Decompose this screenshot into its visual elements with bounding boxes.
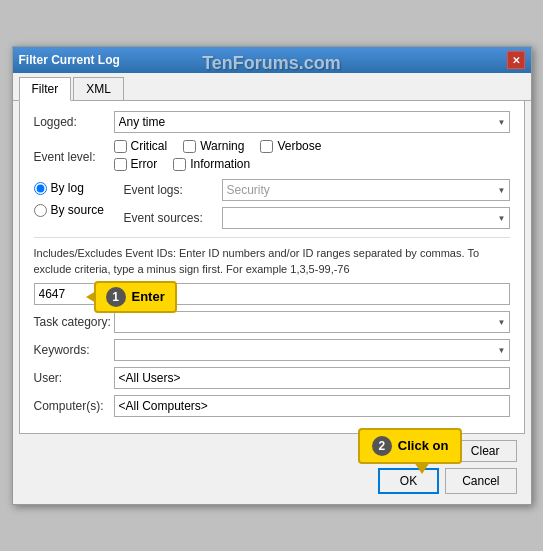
radio-by-source[interactable]: By source [34, 203, 114, 217]
keywords-label: Keywords: [34, 343, 114, 357]
critical-checkbox[interactable] [114, 140, 127, 153]
help-text: Includes/Excludes Event IDs: Enter ID nu… [34, 237, 510, 277]
computers-input-wrap [114, 395, 510, 417]
event-logs-select-wrap: Security [222, 179, 510, 201]
clear-button[interactable]: Clear [454, 440, 517, 462]
close-button[interactable]: ✕ [507, 51, 525, 69]
event-logs-row: Event logs: Security [124, 179, 510, 201]
critical-label: Critical [131, 139, 168, 153]
event-level-label: Event level: [34, 150, 114, 164]
computers-label: Computer(s): [34, 399, 114, 413]
dialog-title: Filter Current Log [19, 53, 120, 67]
title-bar-left: Filter Current Log [19, 53, 120, 67]
log-fields: Event logs: Security Event sources: [124, 179, 510, 229]
checkbox-error[interactable]: Error [114, 157, 158, 171]
computers-input[interactable] [114, 395, 510, 417]
filter-dialog: Filter Current Log TenForums.com ✕ Filte… [12, 46, 532, 505]
keywords-select[interactable] [114, 339, 510, 361]
verbose-label: Verbose [277, 139, 321, 153]
cancel-button[interactable]: Cancel [445, 468, 516, 494]
event-sources-select[interactable] [222, 207, 510, 229]
tab-xml[interactable]: XML [73, 77, 124, 100]
keywords-row: Keywords: [34, 339, 510, 361]
checkbox-information[interactable]: Information [173, 157, 250, 171]
ok-tooltip: 2 Click on [358, 428, 463, 464]
checkbox-row-2: Error Information [114, 157, 510, 171]
event-id-tooltip-text: Enter [132, 289, 165, 304]
event-logs-select[interactable]: Security [222, 179, 510, 201]
event-sources-label: Event sources: [124, 211, 214, 225]
event-level-row: Event level: Critical Warning Verbose [34, 139, 510, 175]
by-source-label: By source [51, 203, 104, 217]
tab-content: Logged: Any time Event level: Critical [19, 101, 525, 434]
radio-column: By log By source [34, 179, 114, 217]
radio-log-section: By log By source Event logs: Security [34, 179, 510, 229]
task-category-select-wrap [114, 311, 510, 333]
bottom-buttons: Clear 2 Click on OK Cancel [13, 440, 531, 504]
event-id-row: 1 Enter [34, 283, 510, 305]
logged-select[interactable]: Any time [114, 111, 510, 133]
information-checkbox[interactable] [173, 158, 186, 171]
watermark: TenForums.com [202, 53, 341, 74]
task-category-row: Task category: [34, 311, 510, 333]
error-label: Error [131, 157, 158, 171]
task-category-label: Task category: [34, 315, 114, 329]
ok-cancel-row: 2 Click on OK Cancel [378, 468, 517, 494]
user-input[interactable] [114, 367, 510, 389]
tooltip-number-1: 1 [106, 287, 126, 307]
error-checkbox[interactable] [114, 158, 127, 171]
computers-row: Computer(s): [34, 395, 510, 417]
checkbox-critical[interactable]: Critical [114, 139, 168, 153]
warning-checkbox[interactable] [183, 140, 196, 153]
logged-select-wrap: Any time [114, 111, 510, 133]
event-logs-label: Event logs: [124, 183, 214, 197]
keywords-select-wrap [114, 339, 510, 361]
warning-label: Warning [200, 139, 244, 153]
logged-row: Logged: Any time [34, 111, 510, 133]
event-sources-select-wrap [222, 207, 510, 229]
checkbox-verbose[interactable]: Verbose [260, 139, 321, 153]
tabs-bar: Filter XML [13, 73, 531, 101]
checkboxes-section: Critical Warning Verbose Error [114, 139, 510, 175]
by-log-radio[interactable] [34, 182, 47, 195]
tab-filter[interactable]: Filter [19, 77, 72, 101]
information-label: Information [190, 157, 250, 171]
by-log-label: By log [51, 181, 84, 195]
tooltip-number-2: 2 [372, 436, 392, 456]
checkbox-warning[interactable]: Warning [183, 139, 244, 153]
radio-by-log[interactable]: By log [34, 181, 114, 195]
ok-tooltip-text: Click on [398, 438, 449, 453]
checkbox-row-1: Critical Warning Verbose [114, 139, 510, 153]
user-input-wrap [114, 367, 510, 389]
user-label: User: [34, 371, 114, 385]
event-id-tooltip: 1 Enter [94, 281, 177, 313]
logged-label: Logged: [34, 115, 114, 129]
task-category-select[interactable] [114, 311, 510, 333]
by-source-radio[interactable] [34, 204, 47, 217]
verbose-checkbox[interactable] [260, 140, 273, 153]
user-row: User: [34, 367, 510, 389]
event-sources-row: Event sources: [124, 207, 510, 229]
title-bar: Filter Current Log TenForums.com ✕ [13, 47, 531, 73]
